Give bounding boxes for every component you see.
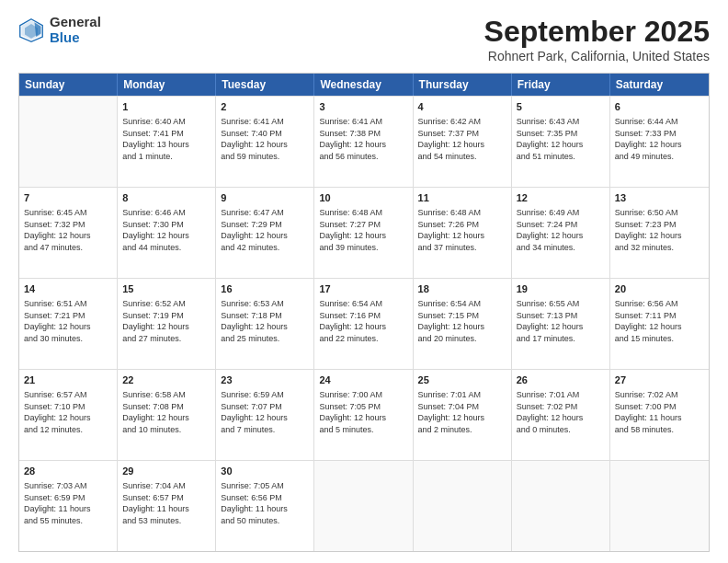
day-number: 16 <box>221 282 309 296</box>
cell-data: Sunrise: 6:45 AM Sunset: 7:32 PM Dayligh… <box>24 208 91 252</box>
day-number: 10 <box>319 191 407 205</box>
cell-data: Sunrise: 6:46 AM Sunset: 7:30 PM Dayligh… <box>122 208 189 252</box>
day-number: 11 <box>418 191 506 205</box>
day-number: 20 <box>615 282 704 296</box>
calendar-week-2: 14Sunrise: 6:51 AM Sunset: 7:21 PM Dayli… <box>19 278 709 369</box>
calendar-cell-w3-d6: 27Sunrise: 7:02 AM Sunset: 7:00 PM Dayli… <box>610 370 709 460</box>
day-number: 24 <box>319 373 407 387</box>
calendar-cell-w1-d1: 8Sunrise: 6:46 AM Sunset: 7:30 PM Daylig… <box>118 188 216 278</box>
day-number: 3 <box>319 100 407 114</box>
day-number: 26 <box>517 373 605 387</box>
calendar-cell-w0-d3: 3Sunrise: 6:41 AM Sunset: 7:38 PM Daylig… <box>314 97 413 187</box>
cell-data: Sunrise: 6:44 AM Sunset: 7:33 PM Dayligh… <box>615 117 682 161</box>
cell-data: Sunrise: 7:00 AM Sunset: 7:05 PM Dayligh… <box>319 390 386 434</box>
calendar-cell-w4-d0: 28Sunrise: 7:03 AM Sunset: 6:59 PM Dayli… <box>19 461 118 551</box>
calendar-week-0: 1Sunrise: 6:40 AM Sunset: 7:41 PM Daylig… <box>19 96 709 187</box>
title-block: September 2025 Rohnert Park, California,… <box>484 15 710 63</box>
calendar-cell-w2-d1: 15Sunrise: 6:52 AM Sunset: 7:19 PM Dayli… <box>118 279 216 369</box>
calendar-cell-w3-d5: 26Sunrise: 7:01 AM Sunset: 7:02 PM Dayli… <box>512 370 610 460</box>
calendar-cell-w3-d0: 21Sunrise: 6:57 AM Sunset: 7:10 PM Dayli… <box>19 370 118 460</box>
cell-data: Sunrise: 6:57 AM Sunset: 7:10 PM Dayligh… <box>24 390 91 434</box>
cell-data: Sunrise: 7:03 AM Sunset: 6:59 PM Dayligh… <box>24 481 91 525</box>
calendar-cell-w2-d5: 19Sunrise: 6:55 AM Sunset: 7:13 PM Dayli… <box>512 279 610 369</box>
cell-data: Sunrise: 6:47 AM Sunset: 7:29 PM Dayligh… <box>221 208 288 252</box>
calendar-cell-w0-d5: 5Sunrise: 6:43 AM Sunset: 7:35 PM Daylig… <box>512 97 610 187</box>
cell-data: Sunrise: 6:41 AM Sunset: 7:40 PM Dayligh… <box>221 117 288 161</box>
calendar-header: Sunday Monday Tuesday Wednesday Thursday… <box>19 74 709 96</box>
calendar-body: 1Sunrise: 6:40 AM Sunset: 7:41 PM Daylig… <box>19 96 709 551</box>
cell-data: Sunrise: 6:55 AM Sunset: 7:13 PM Dayligh… <box>517 299 584 343</box>
calendar-cell-w3-d4: 25Sunrise: 7:01 AM Sunset: 7:04 PM Dayli… <box>414 370 512 460</box>
cell-data: Sunrise: 7:01 AM Sunset: 7:04 PM Dayligh… <box>418 390 485 434</box>
day-number: 30 <box>221 465 309 478</box>
header: General Blue September 2025 Rohnert Park… <box>18 15 710 63</box>
header-tuesday: Tuesday <box>216 74 314 96</box>
day-number: 2 <box>221 100 309 114</box>
day-number: 23 <box>221 373 309 387</box>
cell-data: Sunrise: 7:05 AM Sunset: 6:56 PM Dayligh… <box>221 481 288 525</box>
logo-text: General Blue <box>50 15 101 45</box>
header-saturday: Saturday <box>610 74 709 96</box>
cell-data: Sunrise: 6:59 AM Sunset: 7:07 PM Dayligh… <box>221 390 288 434</box>
calendar-cell-w2-d4: 18Sunrise: 6:54 AM Sunset: 7:15 PM Dayli… <box>414 279 512 369</box>
header-wednesday: Wednesday <box>314 74 413 96</box>
cell-data: Sunrise: 6:58 AM Sunset: 7:08 PM Dayligh… <box>122 390 189 434</box>
calendar-cell-w4-d6 <box>610 461 709 551</box>
calendar-cell-w4-d4 <box>414 461 512 551</box>
day-number: 8 <box>122 191 210 205</box>
logo-icon <box>18 17 44 43</box>
calendar-week-1: 7Sunrise: 6:45 AM Sunset: 7:32 PM Daylig… <box>19 187 709 278</box>
calendar-week-3: 21Sunrise: 6:57 AM Sunset: 7:10 PM Dayli… <box>19 369 709 460</box>
day-number: 22 <box>122 373 210 387</box>
day-number: 13 <box>615 191 704 205</box>
cell-data: Sunrise: 6:42 AM Sunset: 7:37 PM Dayligh… <box>418 117 485 161</box>
day-number: 12 <box>517 191 605 205</box>
cell-data: Sunrise: 6:56 AM Sunset: 7:11 PM Dayligh… <box>615 299 682 343</box>
cell-data: Sunrise: 7:02 AM Sunset: 7:00 PM Dayligh… <box>615 390 682 434</box>
calendar-cell-w2-d3: 17Sunrise: 6:54 AM Sunset: 7:16 PM Dayli… <box>314 279 413 369</box>
cell-data: Sunrise: 7:01 AM Sunset: 7:02 PM Dayligh… <box>517 390 584 434</box>
cell-data: Sunrise: 6:48 AM Sunset: 7:27 PM Dayligh… <box>319 208 386 252</box>
day-number: 25 <box>418 373 506 387</box>
calendar-cell-w1-d0: 7Sunrise: 6:45 AM Sunset: 7:32 PM Daylig… <box>19 188 118 278</box>
logo-blue: Blue <box>50 30 101 46</box>
day-number: 29 <box>122 465 210 478</box>
calendar-cell-w0-d6: 6Sunrise: 6:44 AM Sunset: 7:33 PM Daylig… <box>610 97 709 187</box>
calendar-cell-w3-d3: 24Sunrise: 7:00 AM Sunset: 7:05 PM Dayli… <box>314 370 413 460</box>
header-thursday: Thursday <box>414 74 512 96</box>
header-sunday: Sunday <box>19 74 118 96</box>
logo-general: General <box>50 15 101 30</box>
calendar-cell-w1-d3: 10Sunrise: 6:48 AM Sunset: 7:27 PM Dayli… <box>314 188 413 278</box>
cell-data: Sunrise: 6:51 AM Sunset: 7:21 PM Dayligh… <box>24 299 91 343</box>
calendar-cell-w4-d3 <box>314 461 413 551</box>
calendar-cell-w0-d1: 1Sunrise: 6:40 AM Sunset: 7:41 PM Daylig… <box>118 97 216 187</box>
day-number: 27 <box>615 373 704 387</box>
calendar-cell-w4-d2: 30Sunrise: 7:05 AM Sunset: 6:56 PM Dayli… <box>216 461 314 551</box>
cell-data: Sunrise: 7:04 AM Sunset: 6:57 PM Dayligh… <box>122 481 189 525</box>
header-monday: Monday <box>118 74 216 96</box>
header-friday: Friday <box>512 74 610 96</box>
calendar-cell-w3-d2: 23Sunrise: 6:59 AM Sunset: 7:07 PM Dayli… <box>216 370 314 460</box>
day-number: 21 <box>24 373 112 387</box>
calendar-cell-w4-d1: 29Sunrise: 7:04 AM Sunset: 6:57 PM Dayli… <box>118 461 216 551</box>
calendar-cell-w1-d2: 9Sunrise: 6:47 AM Sunset: 7:29 PM Daylig… <box>216 188 314 278</box>
calendar-cell-w2-d2: 16Sunrise: 6:53 AM Sunset: 7:18 PM Dayli… <box>216 279 314 369</box>
location: Rohnert Park, California, United States <box>484 49 710 63</box>
day-number: 28 <box>24 465 112 478</box>
calendar-cell-w4-d5 <box>512 461 610 551</box>
day-number: 5 <box>517 100 605 114</box>
calendar-cell-w1-d6: 13Sunrise: 6:50 AM Sunset: 7:23 PM Dayli… <box>610 188 709 278</box>
cell-data: Sunrise: 6:43 AM Sunset: 7:35 PM Dayligh… <box>517 117 584 161</box>
page: General Blue September 2025 Rohnert Park… <box>0 0 728 563</box>
cell-data: Sunrise: 6:54 AM Sunset: 7:15 PM Dayligh… <box>418 299 485 343</box>
calendar-cell-w1-d5: 12Sunrise: 6:49 AM Sunset: 7:24 PM Dayli… <box>512 188 610 278</box>
cell-data: Sunrise: 6:41 AM Sunset: 7:38 PM Dayligh… <box>319 117 386 161</box>
cell-data: Sunrise: 6:50 AM Sunset: 7:23 PM Dayligh… <box>615 208 682 252</box>
day-number: 1 <box>122 100 210 114</box>
logo: General Blue <box>18 15 101 45</box>
calendar-cell-w0-d2: 2Sunrise: 6:41 AM Sunset: 7:40 PM Daylig… <box>216 97 314 187</box>
month-title: September 2025 <box>484 15 710 49</box>
cell-data: Sunrise: 6:48 AM Sunset: 7:26 PM Dayligh… <box>418 208 485 252</box>
cell-data: Sunrise: 6:40 AM Sunset: 7:41 PM Dayligh… <box>122 117 189 161</box>
cell-data: Sunrise: 6:49 AM Sunset: 7:24 PM Dayligh… <box>517 208 584 252</box>
